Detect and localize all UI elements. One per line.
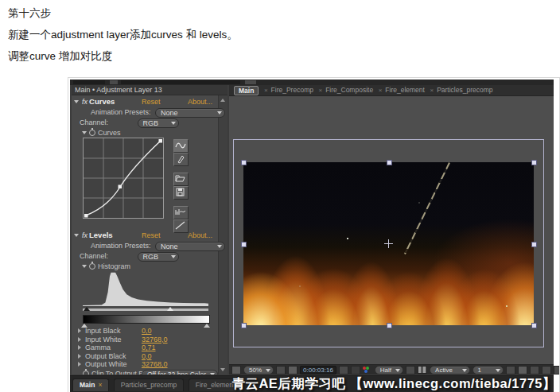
pixel-aspect-icon[interactable] (506, 366, 515, 375)
dropdown-arrow-icon (496, 369, 500, 372)
dust-specks (347, 238, 348, 239)
effect-controls-panel: Main • Adjustment Layer 13 fxCurves Rese… (72, 85, 228, 375)
property-value[interactable]: 32768,0 (142, 336, 168, 344)
curves-effect-header[interactable]: fxCurves Reset About... (72, 96, 218, 107)
layer-handle[interactable] (241, 323, 247, 328)
output-gradient-bar (83, 315, 210, 324)
resolution-dropdown[interactable]: Half (375, 366, 403, 375)
property-value[interactable]: 0,71 (142, 343, 156, 352)
timeline-tab-main[interactable]: Main× (72, 378, 109, 391)
input-white-slider-icon[interactable] (167, 307, 173, 311)
viewer-toolbar: 50% 0:00:03:16 Half Active Camera 1 View… (229, 364, 554, 375)
layer-handle[interactable] (387, 323, 392, 328)
layer-handle[interactable] (241, 160, 247, 165)
close-icon[interactable]: × (98, 381, 102, 389)
save-curve-button[interactable] (173, 186, 189, 200)
channel-label: Channel: (80, 118, 108, 126)
dropdown-arrow-icon (217, 245, 222, 248)
expand-icon[interactable] (78, 345, 81, 350)
curves-about-link[interactable]: About... (188, 96, 212, 107)
stopwatch-icon[interactable] (89, 130, 95, 136)
layer-handle[interactable] (531, 242, 537, 247)
show-channel-icon[interactable] (363, 367, 372, 374)
curves-channel-dropdown[interactable]: RGB (138, 118, 179, 128)
show-snapshot-icon[interactable] (351, 366, 360, 375)
layer-handle[interactable] (531, 160, 537, 165)
watermark-text: 青云AE后期学习吧 【www.linecg.com/tieba/1775】 (231, 375, 556, 392)
snapshot-icon[interactable] (339, 366, 348, 375)
stopwatch-icon[interactable] (83, 371, 89, 375)
collapse-icon[interactable] (74, 100, 79, 103)
flowchart-icon[interactable] (542, 366, 551, 375)
collapse-icon[interactable] (74, 234, 79, 237)
tutorial-step-title: 第十六步 (8, 6, 51, 21)
property-row: Gamma 0,71 (72, 343, 218, 352)
tutorial-line-2: 新建一个adjustment layer添加curves 和 levels。 (8, 28, 238, 42)
stopwatch-icon[interactable] (89, 263, 95, 270)
timeline-icon[interactable] (530, 366, 539, 375)
pencil-tool-button[interactable] (173, 153, 189, 166)
expand-icon[interactable] (78, 328, 81, 333)
open-curve-button[interactable] (173, 173, 189, 186)
fx-badge-icon: fx (82, 98, 88, 106)
close-icon[interactable]: × (379, 87, 383, 94)
current-time-display[interactable]: 0:00:03:16 (300, 366, 336, 375)
viewer-tab-fire-element[interactable]: ×Fire_element (379, 85, 425, 95)
levels-presets-dropdown[interactable]: None (155, 242, 225, 251)
layer-handle[interactable] (531, 323, 537, 328)
collapse-icon[interactable] (82, 265, 87, 268)
after-effects-window: Main • Adjustment Layer 13 fxCurves Rese… (70, 80, 554, 392)
curves-group-row[interactable]: Curves (72, 128, 218, 138)
camera-view-dropdown[interactable]: Active Camera (430, 366, 469, 375)
levels-about-link[interactable]: About... (188, 230, 212, 241)
scroll-down-icon[interactable] (220, 368, 225, 371)
levels-channel-dropdown[interactable]: RGB (138, 252, 179, 262)
viewer-tab-fire-composite[interactable]: ×Fire_Composite (318, 85, 373, 95)
close-icon[interactable]: × (318, 87, 322, 94)
levels-reset-link[interactable]: Reset (142, 230, 161, 241)
property-value[interactable]: 0,0 (142, 352, 152, 361)
layer-handle[interactable] (387, 160, 392, 165)
curve-tool-button[interactable] (173, 139, 189, 153)
smooth-curve-button[interactable] (173, 206, 189, 219)
clip-label: Clip To Output Bl (91, 370, 145, 375)
expand-icon[interactable] (78, 362, 81, 367)
anchor-point-icon[interactable] (384, 239, 393, 248)
mask-visibility-icon[interactable] (288, 366, 298, 375)
viewer-tab-particles-precomp[interactable]: ×Particles_precomp (430, 85, 492, 95)
input-levels-slider[interactable] (83, 309, 208, 311)
effect-controls-scrollbar[interactable] (218, 95, 228, 375)
expand-icon[interactable] (78, 337, 81, 342)
viewer-tab-fire-precomp[interactable]: ×Fire_Precomp (264, 85, 313, 95)
curves-reset-link[interactable]: Reset (142, 96, 161, 107)
fast-previews-icon[interactable] (518, 366, 527, 375)
grid-guides-icon[interactable] (276, 366, 286, 375)
layer-handle[interactable] (241, 242, 247, 247)
expand-icon[interactable] (78, 354, 81, 359)
property-value[interactable]: 0,0 (142, 327, 152, 336)
region-of-interest-icon[interactable] (406, 366, 415, 375)
always-preview-icon[interactable] (231, 366, 241, 375)
magnification-dropdown[interactable]: 50% (243, 366, 274, 375)
clip-black-dropdown[interactable]: Off for 32 bpc Color (142, 370, 218, 375)
property-value[interactable]: 32768,0 (142, 360, 168, 369)
curves-graph[interactable] (83, 138, 164, 219)
viewer-tab-main[interactable]: Main (234, 86, 259, 95)
curves-graph-block (72, 138, 218, 225)
exposure-reset-icon[interactable] (554, 366, 560, 375)
curves-presets-dropdown[interactable]: None (155, 108, 225, 118)
curves-presets-row: Animation Presets: None (72, 107, 218, 118)
view-layout-dropdown[interactable]: 1 View (472, 366, 504, 375)
collapse-icon[interactable] (82, 131, 87, 134)
histogram-group-row[interactable]: Histogram (72, 262, 218, 271)
dropdown-arrow-icon (462, 369, 467, 372)
composition-viewport[interactable] (229, 96, 554, 363)
levels-effect-header[interactable]: fxLevels Reset About... (72, 230, 218, 241)
close-icon[interactable]: × (430, 87, 434, 94)
property-label: Input White (85, 336, 122, 343)
close-icon[interactable]: × (264, 87, 268, 94)
scroll-up-icon[interactable] (220, 99, 225, 102)
transparency-grid-icon[interactable] (418, 366, 427, 374)
timeline-tab-particles-precomp[interactable]: Particles_precomp (114, 378, 184, 391)
input-black-slider-icon[interactable] (84, 307, 90, 311)
